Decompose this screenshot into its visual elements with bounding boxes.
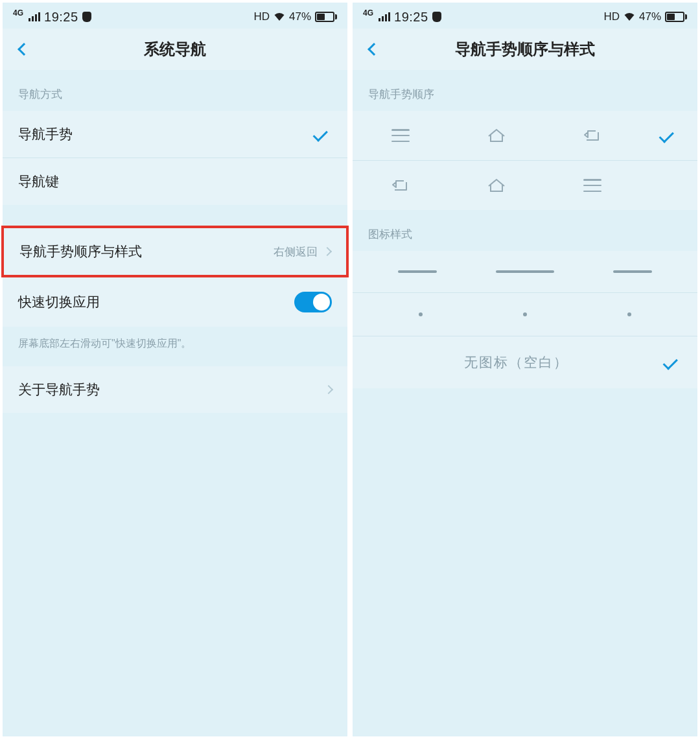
wifi-icon <box>624 12 635 21</box>
network-label: 4G <box>363 8 373 18</box>
style-blank-label: 无图标（空白） <box>368 353 664 371</box>
highlight-annotation: 导航手势顺序与样式 右侧返回 <box>1 226 349 277</box>
battery-icon <box>665 12 687 22</box>
chevron-left-icon <box>18 43 30 56</box>
signal-icon <box>29 12 40 21</box>
battery-icon <box>315 12 337 22</box>
dot-indicator-icon <box>419 312 423 316</box>
option-keys[interactable]: 导航键 <box>3 158 347 205</box>
recents-icon <box>560 172 625 198</box>
page-title: 系统导航 <box>3 39 347 60</box>
dot-indicator-icon <box>627 312 631 316</box>
signal-icon <box>379 12 390 21</box>
spacer <box>3 205 347 226</box>
battery-percent: 47% <box>289 10 311 23</box>
hd-label: HD <box>253 10 270 23</box>
order-option-2[interactable] <box>353 161 697 210</box>
page-title: 导航手势顺序与样式 <box>353 39 697 60</box>
hint-text: 屏幕底部左右滑动可"快速切换应用"。 <box>3 327 347 366</box>
notification-icon <box>432 12 441 22</box>
chevron-left-icon <box>368 43 380 56</box>
back-button[interactable] <box>14 40 34 59</box>
option-quick-switch[interactable]: 快速切换应用 <box>3 277 347 327</box>
network-label: 4G <box>13 8 23 18</box>
toggle-on[interactable] <box>294 292 332 312</box>
back-icon <box>560 123 625 148</box>
style-option-blank[interactable]: 无图标（空白） <box>353 336 697 388</box>
home-icon <box>464 172 529 198</box>
style-option-dots[interactable] <box>353 293 697 336</box>
bar-indicator-icon <box>398 270 437 273</box>
option-about-label: 关于导航手势 <box>18 381 100 399</box>
option-about[interactable]: 关于导航手势 <box>3 366 347 413</box>
dot-indicator-icon <box>523 312 527 316</box>
checkmark-icon <box>660 130 678 141</box>
hd-label: HD <box>603 10 620 23</box>
option-gesture[interactable]: 导航手势 <box>3 111 347 158</box>
bar-indicator-icon <box>496 270 554 273</box>
home-icon <box>464 123 529 148</box>
back-button[interactable] <box>364 40 384 59</box>
bar-indicator-icon <box>613 270 652 273</box>
section-style: 图标样式 <box>353 210 697 251</box>
option-gesture-label: 导航手势 <box>18 125 73 143</box>
option-keys-label: 导航键 <box>18 172 59 191</box>
option-quick-switch-label: 快速切换应用 <box>18 293 100 311</box>
chevron-right-icon <box>323 247 332 256</box>
battery-percent: 47% <box>639 10 661 23</box>
phone-right: 4G 19:25 HD 47% 导航手势顺序与样式 导航手势顺序 <box>353 3 697 736</box>
option-order-value: 右侧返回 <box>274 244 318 259</box>
clock: 19:25 <box>44 10 78 25</box>
checkmark-icon <box>314 128 332 140</box>
header: 系统导航 <box>3 29 347 70</box>
style-option-bars[interactable] <box>353 251 697 293</box>
back-icon <box>368 172 433 198</box>
wifi-icon <box>274 12 285 21</box>
clock: 19:25 <box>394 10 428 25</box>
status-bar: 4G 19:25 HD 47% <box>353 3 697 29</box>
status-bar: 4G 19:25 HD 47% <box>3 3 347 29</box>
header: 导航手势顺序与样式 <box>353 29 697 70</box>
option-order-label: 导航手势顺序与样式 <box>19 242 142 261</box>
chevron-right-icon <box>324 385 333 394</box>
section-nav-mode: 导航方式 <box>3 70 347 111</box>
option-order-style[interactable]: 导航手势顺序与样式 右侧返回 <box>4 228 346 275</box>
recents-icon <box>368 123 433 148</box>
checkmark-icon <box>664 357 682 368</box>
section-order: 导航手势顺序 <box>353 70 697 111</box>
notification-icon <box>82 12 91 22</box>
order-option-1[interactable] <box>353 111 697 161</box>
phone-left: 4G 19:25 HD 47% 系统导航 导航方式 导航手势 导航键 导航手势顺… <box>3 3 347 736</box>
